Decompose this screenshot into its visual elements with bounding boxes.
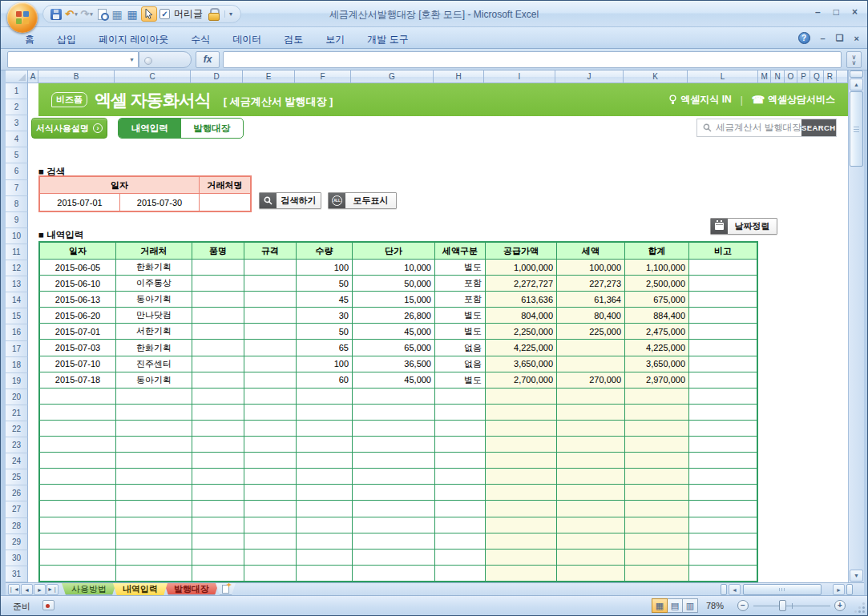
cell[interactable]: [40, 485, 116, 500]
row-header-17[interactable]: 17: [6, 341, 28, 357]
row-header-19[interactable]: 19: [6, 373, 28, 389]
row-header-11[interactable]: 11: [6, 244, 28, 260]
cell[interactable]: 100: [297, 356, 353, 372]
zoom-slider-track[interactable]: [753, 606, 830, 606]
cell[interactable]: 동아기획: [116, 372, 192, 388]
lock-icon[interactable]: [208, 8, 218, 20]
cell[interactable]: [689, 550, 757, 565]
entry-header-2[interactable]: 거래처: [116, 243, 192, 259]
cell[interactable]: 2015-06-20: [40, 308, 116, 323]
search-submit-button[interactable]: SEARCH: [801, 119, 836, 136]
cell[interactable]: [625, 405, 689, 420]
scroll-down-icon[interactable]: ▼: [850, 570, 863, 582]
column-header-B[interactable]: B: [38, 70, 115, 83]
row-header-31[interactable]: 31: [6, 566, 28, 582]
cell[interactable]: [353, 453, 435, 468]
column-header-F[interactable]: F: [295, 70, 351, 83]
cell[interactable]: 675,000: [625, 292, 689, 307]
normal-view-button[interactable]: ▦: [652, 598, 668, 613]
insert-table-icon[interactable]: ▦: [111, 7, 123, 22]
row-header-5[interactable]: 5: [6, 147, 28, 163]
name-box[interactable]: [7, 51, 139, 68]
cell[interactable]: [40, 566, 116, 581]
cell[interactable]: [353, 437, 435, 452]
cell[interactable]: [244, 469, 297, 484]
cell[interactable]: 3,650,000: [486, 356, 557, 372]
cell[interactable]: 2015-07-18: [40, 372, 116, 388]
row-header-4[interactable]: 4: [6, 131, 28, 147]
cell[interactable]: [244, 566, 297, 581]
cell[interactable]: 진주센터: [116, 356, 192, 372]
column-header-H[interactable]: H: [434, 70, 484, 83]
row-header-9[interactable]: 9: [6, 212, 28, 228]
row-header-14[interactable]: 14: [6, 292, 28, 308]
row-header-21[interactable]: 21: [6, 405, 28, 421]
zoom-out-button[interactable]: −: [737, 600, 749, 611]
cell[interactable]: [435, 421, 486, 436]
row-header-26[interactable]: 26: [6, 485, 28, 501]
cell[interactable]: [192, 501, 244, 516]
cell[interactable]: [557, 501, 625, 516]
cell[interactable]: [689, 469, 757, 484]
cell[interactable]: [192, 517, 244, 533]
date-sort-button[interactable]: 날짜정렬: [710, 218, 777, 235]
workbook-minimize-icon[interactable]: –: [821, 34, 826, 43]
cell[interactable]: 1,100,000: [625, 260, 689, 275]
cell[interactable]: [244, 308, 297, 323]
cell[interactable]: [689, 453, 757, 468]
cell[interactable]: [192, 421, 244, 436]
cell[interactable]: [625, 389, 689, 404]
zoom-level-label[interactable]: 78%: [706, 601, 724, 610]
cell[interactable]: [353, 405, 435, 420]
cell[interactable]: 별도: [435, 372, 486, 388]
cell[interactable]: 2015-07-01: [40, 324, 116, 339]
cell[interactable]: [625, 566, 689, 581]
help-icon[interactable]: ?: [798, 32, 810, 44]
entry-header-6[interactable]: 단가: [353, 243, 435, 259]
cell[interactable]: 별도: [435, 308, 486, 323]
column-header-L[interactable]: L: [688, 70, 758, 83]
cell[interactable]: [557, 421, 625, 436]
cell[interactable]: [297, 453, 353, 468]
tab-issuance-ledger[interactable]: 발행대장: [181, 119, 244, 138]
column-header-N[interactable]: N: [771, 70, 784, 83]
cell[interactable]: 없음: [435, 356, 486, 372]
cell[interactable]: [192, 260, 244, 275]
row-header-28[interactable]: 28: [6, 518, 28, 534]
cell[interactable]: [557, 437, 625, 452]
sheet-tab-red[interactable]: 발행대장: [164, 583, 219, 595]
cell[interactable]: [435, 469, 486, 484]
cell[interactable]: [116, 550, 192, 565]
cell[interactable]: 2,250,000: [486, 324, 557, 339]
cell[interactable]: 227,273: [557, 276, 625, 291]
cell[interactable]: 없음: [435, 340, 486, 355]
cell[interactable]: [244, 501, 297, 516]
minimize-button[interactable]: –: [815, 6, 821, 18]
cell[interactable]: [116, 453, 192, 468]
cell[interactable]: [557, 389, 625, 404]
cell[interactable]: [40, 501, 116, 516]
cell[interactable]: [116, 469, 192, 484]
cell[interactable]: [116, 566, 192, 581]
macro-record-icon[interactable]: [42, 600, 55, 610]
page-layout-view-button[interactable]: ▤: [667, 598, 683, 613]
entry-header-5[interactable]: 수량: [297, 243, 353, 259]
cell[interactable]: 2,272,727: [486, 276, 557, 291]
cell[interactable]: 2015-07-03: [40, 340, 116, 355]
ribbon-tab-5[interactable]: 데이터: [221, 27, 273, 49]
row-header-15[interactable]: 15: [6, 308, 28, 324]
cell[interactable]: [116, 533, 192, 549]
cell[interactable]: [689, 292, 757, 307]
cell[interactable]: [244, 405, 297, 420]
cell[interactable]: 별도: [435, 260, 486, 275]
cell[interactable]: 100,000: [557, 260, 625, 275]
cell[interactable]: [297, 405, 353, 420]
cell[interactable]: [40, 550, 116, 565]
cell[interactable]: [192, 308, 244, 323]
cell[interactable]: 4,225,000: [486, 340, 557, 355]
formula-bar-expand-icon[interactable]: ∨∨: [846, 51, 862, 68]
sheet-canvas[interactable]: 비즈폼 엑셀 자동화서식 [ 세금계산서 발행대장 ] 엑셀지식 IN | ☎: [28, 83, 848, 582]
cell[interactable]: [435, 389, 486, 404]
show-all-button[interactable]: ALL 모두표시: [328, 192, 397, 209]
cell[interactable]: [244, 324, 297, 339]
